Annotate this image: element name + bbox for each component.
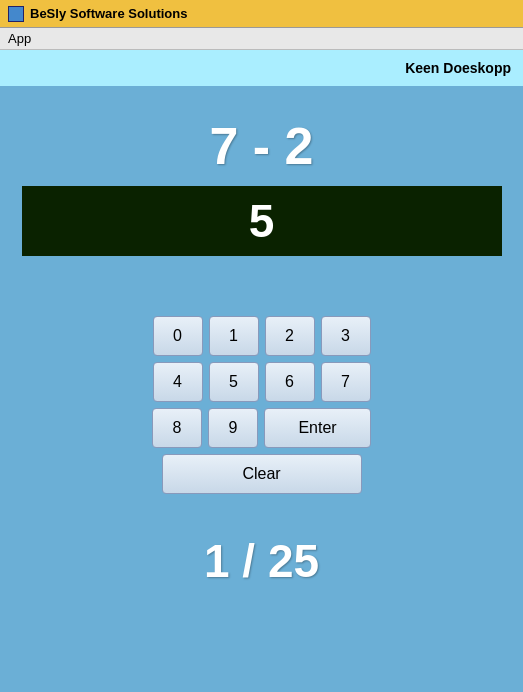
key-3[interactable]: 3 [321, 316, 371, 356]
key-1[interactable]: 1 [209, 316, 259, 356]
answer-display: 5 [22, 186, 502, 256]
menu-bar: App [0, 28, 523, 50]
question-display: 7 - 2 [209, 116, 313, 176]
title-bar: BeSly Software Solutions [0, 0, 523, 28]
key-4[interactable]: 4 [153, 362, 203, 402]
keypad-row-clear: Clear [162, 454, 362, 494]
keypad-row-0: 0 1 2 3 [153, 316, 371, 356]
key-8[interactable]: 8 [152, 408, 202, 448]
menu-item-app[interactable]: App [8, 31, 31, 46]
key-0[interactable]: 0 [153, 316, 203, 356]
user-bar: Keen Doeskopp [0, 50, 523, 86]
progress-display: 1 / 25 [204, 534, 319, 588]
key-9[interactable]: 9 [208, 408, 258, 448]
user-name: Keen Doeskopp [405, 60, 511, 76]
keypad: 0 1 2 3 4 5 6 7 8 9 Enter Clear [152, 316, 371, 494]
title-bar-text: BeSly Software Solutions [30, 6, 187, 21]
key-7[interactable]: 7 [321, 362, 371, 402]
key-6[interactable]: 6 [265, 362, 315, 402]
answer-value: 5 [249, 194, 275, 248]
main-content: 7 - 2 5 0 1 2 3 4 5 6 7 8 9 [0, 86, 523, 692]
clear-button[interactable]: Clear [162, 454, 362, 494]
keypad-row-1: 4 5 6 7 [153, 362, 371, 402]
enter-button[interactable]: Enter [264, 408, 371, 448]
key-5[interactable]: 5 [209, 362, 259, 402]
app-icon [8, 6, 24, 22]
keypad-row-2: 8 9 Enter [152, 408, 371, 448]
app-window: Keen Doeskopp 7 - 2 5 0 1 2 3 4 5 6 7 [0, 50, 523, 692]
key-2[interactable]: 2 [265, 316, 315, 356]
